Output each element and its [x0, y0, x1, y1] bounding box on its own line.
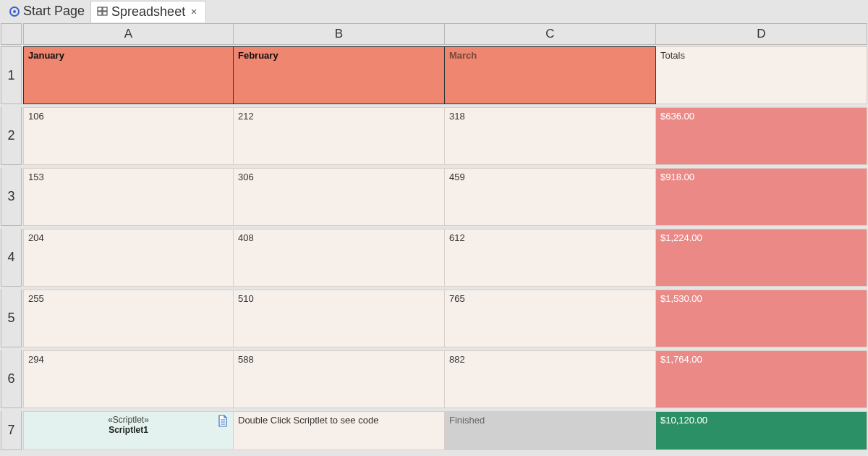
cell-A6[interactable]: 294 [23, 350, 234, 408]
row-header-3[interactable]: 3 [1, 168, 22, 226]
cell-A2[interactable]: 106 [23, 107, 234, 165]
cell-C2[interactable]: 318 [445, 107, 656, 165]
cell-D2[interactable]: $636.00 [656, 107, 867, 165]
cell-B5[interactable]: 510 [234, 290, 445, 347]
scriptlet-name: Scriptlet1 [109, 425, 148, 435]
svg-rect-2 [98, 7, 102, 11]
svg-rect-4 [98, 12, 102, 15]
tab-start-page[interactable]: Start Page [3, 1, 90, 22]
row-header-4[interactable]: 4 [1, 229, 22, 287]
cells-container: January February March Totals 106 212 31… [23, 46, 867, 450]
row-header-7[interactable]: 7 [1, 411, 22, 450]
cell-D7[interactable]: $10,120.00 [656, 411, 867, 450]
cell-B2[interactable]: 212 [234, 107, 445, 165]
cell-B1[interactable]: February [234, 46, 445, 104]
cell-C6[interactable]: 882 [445, 350, 656, 408]
col-header-D[interactable]: D [656, 23, 867, 45]
svg-rect-5 [103, 12, 107, 15]
spreadsheet-icon [97, 6, 109, 17]
cell-C3[interactable]: 459 [445, 168, 656, 226]
cell-A3[interactable]: 153 [23, 168, 234, 226]
cell-B3[interactable]: 306 [234, 168, 445, 226]
tab-strip: Start Page Spreadsheet × [0, 0, 868, 22]
tab-label: Spreadsheet [111, 4, 185, 20]
cell-D3[interactable]: $918.00 [656, 168, 867, 226]
col-header-C[interactable]: C [445, 23, 656, 45]
select-all-corner[interactable] [1, 23, 22, 45]
cell-B6[interactable]: 588 [234, 350, 445, 408]
tab-spreadsheet[interactable]: Spreadsheet × [90, 1, 206, 22]
cell-C1[interactable]: March [445, 46, 656, 104]
column-headers: A B C D [23, 23, 867, 45]
col-header-A[interactable]: A [23, 23, 234, 45]
document-icon [217, 415, 229, 430]
table-row: 106 212 318 $636.00 [23, 107, 867, 165]
row-header-6[interactable]: 6 [1, 350, 22, 408]
cell-A7-scriptlet[interactable]: «Scriptlet» Scriptlet1 [23, 411, 234, 450]
cell-A4[interactable]: 204 [23, 229, 234, 287]
cell-B4[interactable]: 408 [234, 229, 445, 287]
cell-B7[interactable]: Double Click Scriptlet to see code [234, 411, 445, 450]
app-icon [9, 6, 20, 17]
cell-D4[interactable]: $1,224.00 [656, 229, 867, 287]
cell-D1[interactable]: Totals [656, 46, 867, 104]
row-header-5[interactable]: 5 [1, 290, 22, 347]
spreadsheet-grid: A B C D 1 2 3 4 5 6 7 January February M… [0, 22, 868, 456]
close-icon[interactable]: × [188, 6, 200, 17]
cell-D5[interactable]: $1,530.00 [656, 290, 867, 347]
cell-D6[interactable]: $1,764.00 [656, 350, 867, 408]
col-header-B[interactable]: B [234, 23, 445, 45]
row-header-2[interactable]: 2 [1, 107, 22, 165]
svg-point-1 [13, 10, 16, 13]
row-headers: 1 2 3 4 5 6 7 [1, 46, 22, 450]
table-row: 294 588 882 $1,764.00 [23, 350, 867, 408]
cell-C7[interactable]: Finished [445, 411, 656, 450]
svg-rect-3 [103, 7, 107, 11]
table-row: 204 408 612 $1,224.00 [23, 229, 867, 287]
scriptlet-stereotype: «Scriptlet» [108, 415, 149, 425]
table-row: 255 510 765 $1,530.00 [23, 290, 867, 347]
row-header-1[interactable]: 1 [1, 46, 22, 104]
cell-C5[interactable]: 765 [445, 290, 656, 347]
cell-A1[interactable]: January [23, 46, 234, 104]
table-row: «Scriptlet» Scriptlet1 Double Click Scri… [23, 411, 867, 450]
cell-C4[interactable]: 612 [445, 229, 656, 287]
table-row: 153 306 459 $918.00 [23, 168, 867, 226]
tab-label: Start Page [23, 4, 85, 19]
cell-A5[interactable]: 255 [23, 290, 234, 347]
table-row: January February March Totals [23, 46, 867, 104]
